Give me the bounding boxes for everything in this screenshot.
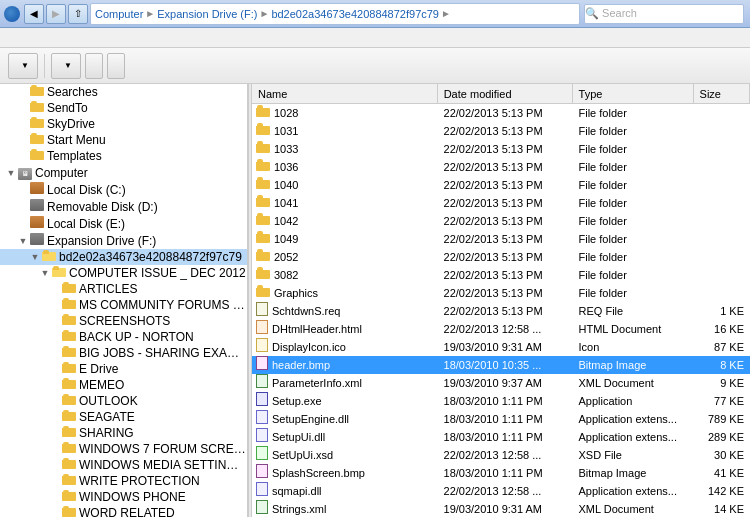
file-row-21[interactable]: sqmapi.dll22/02/2013 12:58 ...Applicatio…	[252, 482, 750, 500]
expand-arrow-10[interactable]: ▼	[28, 250, 42, 264]
sidebar-item-7[interactable]: Removable Disk (D:)	[0, 198, 247, 215]
up-button[interactable]: ⇧	[68, 4, 88, 24]
file-row-17[interactable]: SetupEngine.dll18/03/2010 1:11 PMApplica…	[252, 410, 750, 428]
sidebar-item-21[interactable]: SHARING	[0, 425, 247, 441]
sidebar-icon-22	[62, 442, 76, 456]
expand-arrow-1[interactable]	[16, 101, 30, 115]
expand-arrow-25[interactable]	[48, 490, 62, 504]
file-row-20[interactable]: SplashScreen.bmp18/03/2010 1:11 PMBitmap…	[252, 464, 750, 482]
file-row-6[interactable]: 104222/02/2013 5:13 PMFile folder	[252, 212, 750, 230]
file-row-22[interactable]: Strings.xml19/03/2010 9:31 AMXML Documen…	[252, 500, 750, 517]
expand-arrow-16[interactable]	[48, 346, 62, 360]
file-row-0[interactable]: 102822/02/2013 5:13 PMFile folder	[252, 104, 750, 122]
col-header-type[interactable]: Type	[573, 84, 694, 103]
back-button[interactable]: ◀	[24, 4, 44, 24]
file-date-13: 19/03/2010 9:31 AM	[438, 341, 573, 353]
expand-arrow-14[interactable]	[48, 314, 62, 328]
menu-file[interactable]	[4, 28, 16, 47]
sidebar-item-26[interactable]: WORD RELATED	[0, 505, 247, 517]
expand-arrow-8[interactable]	[16, 217, 30, 231]
expand-arrow-7[interactable]	[16, 200, 30, 214]
expand-arrow-21[interactable]	[48, 426, 62, 440]
sidebar-item-2[interactable]: SkyDrive	[0, 116, 247, 132]
file-row-16[interactable]: Setup.exe18/03/2010 1:11 PMApplication77…	[252, 392, 750, 410]
expand-arrow-22[interactable]	[48, 442, 62, 456]
file-row-5[interactable]: 104122/02/2013 5:13 PMFile folder	[252, 194, 750, 212]
sidebar-item-22[interactable]: WINDOWS 7 FORUM SCREENS	[0, 441, 247, 457]
sidebar-item-1[interactable]: SendTo	[0, 100, 247, 116]
new-folder-button[interactable]	[107, 53, 125, 79]
open-button[interactable]: ▼	[51, 53, 81, 79]
expand-arrow-3[interactable]	[16, 133, 30, 147]
sidebar-item-10[interactable]: ▼bd2e02a34673e420884872f97c79	[0, 249, 247, 265]
file-row-19[interactable]: SetUpUi.xsd22/02/2013 12:58 ...XSD File3…	[252, 446, 750, 464]
col-header-size[interactable]: Size	[694, 84, 750, 103]
file-row-3[interactable]: 103622/02/2013 5:13 PMFile folder	[252, 158, 750, 176]
expand-arrow-12[interactable]	[48, 282, 62, 296]
sidebar-item-23[interactable]: WINDOWS MEDIA SETTING - SKYDRIVE	[0, 457, 247, 473]
expand-arrow-6[interactable]	[16, 183, 30, 197]
expand-arrow-0[interactable]	[16, 85, 30, 99]
sidebar-label-18: MEMEO	[79, 378, 124, 392]
file-row-10[interactable]: Graphics22/02/2013 5:13 PMFile folder	[252, 284, 750, 302]
expand-arrow-13[interactable]	[48, 298, 62, 312]
expand-arrow-19[interactable]	[48, 394, 62, 408]
file-row-12[interactable]: DHtmlHeader.html22/02/2013 12:58 ...HTML…	[252, 320, 750, 338]
sidebar-item-3[interactable]: Start Menu	[0, 132, 247, 148]
search-button[interactable]: 🔍 Search	[584, 4, 744, 24]
sidebar-item-0[interactable]: Searches	[0, 84, 247, 100]
sidebar-item-9[interactable]: ▼Expansion Drive (F:)	[0, 232, 247, 249]
expand-arrow-17[interactable]	[48, 362, 62, 376]
col-header-date[interactable]: Date modified	[438, 84, 573, 103]
sidebar-item-19[interactable]: OUTLOOK	[0, 393, 247, 409]
expand-arrow-11[interactable]: ▼	[38, 266, 52, 280]
file-row-14[interactable]: header.bmp18/03/2010 10:35 ...Bitmap Ima…	[252, 356, 750, 374]
file-row-18[interactable]: SetupUi.dll18/03/2010 1:11 PMApplication…	[252, 428, 750, 446]
sidebar-item-6[interactable]: Local Disk (C:)	[0, 181, 247, 198]
sidebar-item-12[interactable]: ARTICLES	[0, 281, 247, 297]
sidebar-item-5[interactable]: ▼🖥Computer	[0, 164, 247, 181]
sidebar-item-13[interactable]: MS COMMUNITY FORUMS QUESTIONS	[0, 297, 247, 313]
breadcrumb[interactable]: Computer ► Expansion Drive (F:) ► bd2e02…	[90, 3, 580, 25]
file-row-1[interactable]: 103122/02/2013 5:13 PMFile folder	[252, 122, 750, 140]
file-row-11[interactable]: SchtdwnS.req22/02/2013 5:13 PMREQ File1 …	[252, 302, 750, 320]
file-row-8[interactable]: 205222/02/2013 5:13 PMFile folder	[252, 248, 750, 266]
organize-button[interactable]: ▼	[8, 53, 38, 79]
menu-help[interactable]	[52, 28, 64, 47]
sidebar-item-17[interactable]: E Drive	[0, 361, 247, 377]
menu-view[interactable]	[28, 28, 40, 47]
sidebar-item-25[interactable]: WINDOWS PHONE	[0, 489, 247, 505]
expand-arrow-4[interactable]	[16, 149, 30, 163]
expand-arrow-24[interactable]	[48, 474, 62, 488]
file-list-body[interactable]: 102822/02/2013 5:13 PMFile folder103122/…	[252, 104, 750, 517]
print-button[interactable]	[85, 53, 103, 79]
sidebar-item-4[interactable]: Templates	[0, 148, 247, 164]
menu-tools[interactable]	[40, 28, 52, 47]
file-row-4[interactable]: 104022/02/2013 5:13 PMFile folder	[252, 176, 750, 194]
file-row-2[interactable]: 103322/02/2013 5:13 PMFile folder	[252, 140, 750, 158]
file-list-header: Name Date modified Type Size	[252, 84, 750, 104]
sidebar-item-11[interactable]: ▼COMPUTER ISSUE _ DEC 2012	[0, 265, 247, 281]
file-row-15[interactable]: ParameterInfo.xml19/03/2010 9:37 AMXML D…	[252, 374, 750, 392]
sidebar-item-8[interactable]: Local Disk (E:)	[0, 215, 247, 232]
sidebar-item-20[interactable]: SEAGATE	[0, 409, 247, 425]
forward-button[interactable]: ▶	[46, 4, 66, 24]
expand-arrow-15[interactable]	[48, 330, 62, 344]
expand-arrow-23[interactable]	[48, 458, 62, 472]
col-header-name[interactable]: Name	[252, 84, 438, 103]
file-row-13[interactable]: DisplayIcon.ico19/03/2010 9:31 AMIcon87 …	[252, 338, 750, 356]
menu-edit[interactable]	[16, 28, 28, 47]
sidebar-item-18[interactable]: MEMEO	[0, 377, 247, 393]
sidebar-item-15[interactable]: BACK UP - NORTON	[0, 329, 247, 345]
expand-arrow-26[interactable]	[48, 506, 62, 517]
expand-arrow-18[interactable]	[48, 378, 62, 392]
expand-arrow-5[interactable]: ▼	[4, 166, 18, 180]
sidebar-item-16[interactable]: BIG JOBS - SHARING EXAMPLE - SKYDR	[0, 345, 247, 361]
file-row-9[interactable]: 308222/02/2013 5:13 PMFile folder	[252, 266, 750, 284]
sidebar-item-24[interactable]: WRITE PROTECTION	[0, 473, 247, 489]
sidebar-item-14[interactable]: SCREENSHOTS	[0, 313, 247, 329]
expand-arrow-9[interactable]: ▼	[16, 234, 30, 248]
expand-arrow-2[interactable]	[16, 117, 30, 131]
file-row-7[interactable]: 104922/02/2013 5:13 PMFile folder	[252, 230, 750, 248]
expand-arrow-20[interactable]	[48, 410, 62, 424]
